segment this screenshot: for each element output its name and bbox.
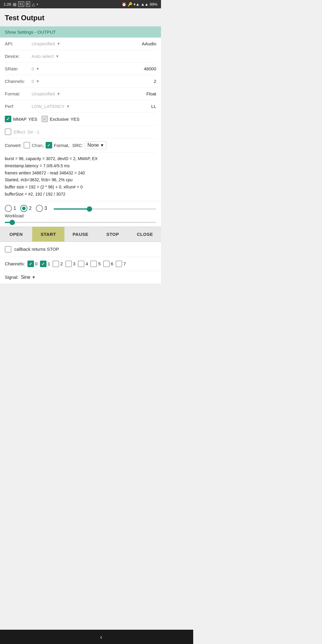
workload-label: Workload [0,212,161,219]
device-value[interactable]: Auto select ▼ [32,54,156,59]
ch-7-label: 7 [123,261,126,266]
effect-row: Effect S#: -1 [5,126,156,138]
radio-row: 1 2 3 [0,201,161,212]
signal-row: Signal: Sine ▼ [0,271,161,284]
exclusive-value: YES [70,117,79,122]
ch-3-item[interactable]: 3 [65,261,75,267]
radio-circle-1[interactable] [5,205,12,212]
ch-2-item[interactable]: 2 [52,261,63,267]
effect-snum: S#: -1 [27,129,39,134]
status-icon-k: K [26,1,30,7]
channels-actual: 2 [151,79,156,84]
api-value[interactable]: Unspecified ▼ [32,41,140,46]
status-icon-signal: ▲▲ [141,2,148,7]
action-buttons: OPEN START PAUSE STOP CLOSE [0,227,161,242]
device-row: Device: Auto select ▼ [5,50,156,63]
ch-6-item[interactable]: 6 [103,261,113,267]
stat-line-4: Started, #cb=3632, f/cb= 96, 2% cpu [5,177,156,184]
exclusive-checkbox[interactable] [41,116,48,122]
ch-1-checkbox[interactable] [40,261,47,267]
exclusive-item[interactable]: Exclusive YES [41,116,79,122]
stat-line-6: bufferSize = #2, 192 / 192 / 3072 [5,191,156,198]
convert-format: Format, [54,143,69,148]
status-icon-wifi: ▾▲ [134,2,140,7]
convert-src-label: SRC: [72,143,83,148]
convert-format-checkbox[interactable] [46,142,52,148]
convert-src-arrow: ▼ [100,143,104,148]
workload-slider-track[interactable] [5,222,156,223]
callback-label: callback returns STOP [14,247,59,252]
api-label: API: [5,41,32,46]
ch-5-checkbox[interactable] [90,261,97,267]
stat-line-5: buffer size = 192 = (2 * 96) + 0, xRun# … [5,184,156,191]
format-value[interactable]: Unspecified ▼ [32,91,144,96]
ch-6-checkbox[interactable] [103,261,110,267]
ch-4-checkbox[interactable] [78,261,84,267]
effect-checkbox[interactable] [5,129,11,135]
srate-dropdown-arrow: ▼ [36,67,39,71]
status-icon-cal: 31 [18,1,24,7]
ch-7-item[interactable]: 7 [116,261,126,267]
mmap-checkbox[interactable] [5,116,11,122]
ch-4-item[interactable]: 4 [78,261,88,267]
workload-slider-thumb[interactable] [10,220,15,225]
stat-line-1: burst = 96, capacity = 3072, devID = 2, … [5,155,156,162]
radio-label-1: 1 [13,206,16,211]
radio-circle-2[interactable] [20,205,27,212]
status-right: ⏰ 🔑 ▾▲ ▲▲ 99% [122,2,157,7]
open-button[interactable]: OPEN [0,227,32,242]
stat-line-3: frames written 348672 - read 348432 = 24… [5,170,156,177]
signal-value: Sine [21,275,30,280]
radio-1[interactable]: 1 [5,205,16,212]
srate-value[interactable]: 0 ▼ [32,66,141,71]
close-button[interactable]: CLOSE [129,227,161,242]
ch-2-checkbox[interactable] [52,261,59,267]
burst-slider-track[interactable] [54,208,156,210]
signal-dropdown[interactable]: Sine ▼ [21,275,36,280]
stop-button[interactable]: STOP [97,227,129,242]
ch-2-label: 2 [60,261,63,266]
convert-row: Convert: Chan, Format, SRC: None ▼ [5,138,156,152]
perf-actual: LL [149,104,156,109]
ch-3-label: 3 [73,261,75,266]
channels-value[interactable]: 0 ▼ [32,79,151,84]
radio-label-2: 2 [29,206,32,211]
radio-2[interactable]: 2 [20,205,32,212]
channels-row-label: Channels: [5,261,25,266]
burst-slider-container[interactable] [54,207,156,210]
burst-slider-thumb[interactable] [87,206,92,212]
ch-0-label: 0 [35,261,38,266]
signal-label: Signal: [5,275,18,280]
ch-3-checkbox[interactable] [65,261,72,267]
mmap-value: YES [28,117,37,122]
ch-1-label: 1 [48,261,50,266]
radio-circle-3[interactable] [36,205,43,212]
channels-row: Channels: 0 1 2 3 4 5 6 7 [0,257,161,271]
ch-1-item[interactable]: 1 [40,261,50,267]
perf-value[interactable]: LOW_LATENCY ▼ [32,104,149,109]
device-dropdown-arrow: ▼ [55,54,59,58]
effect-label: Effect [14,129,25,134]
status-icon-tri: △ [32,2,35,7]
convert-src-dropdown[interactable]: None ▼ [85,141,107,149]
mmap-item[interactable]: MMAP YES [5,116,37,122]
convert-chan-checkbox[interactable] [24,142,30,148]
pause-button[interactable]: PAUSE [64,227,97,242]
start-button[interactable]: START [32,227,64,242]
workload-slider-container[interactable] [0,219,161,227]
channels-dropdown-arrow: ▼ [36,79,39,83]
ch-7-checkbox[interactable] [116,261,122,267]
status-icon-dot: • [37,2,38,7]
mmap-label: MMAP [13,117,27,122]
section-header[interactable]: Show Settings - OUTPUT [0,27,161,38]
channels-setting-row: Channels: 0 ▼ 2 [5,75,156,88]
perf-label: Perf: [5,104,32,109]
status-time: 1:26 [4,2,11,7]
callback-checkbox[interactable] [5,246,11,253]
ch-5-item[interactable]: 5 [90,261,100,267]
radio-3[interactable]: 3 [36,205,47,212]
status-icon-key: 🔑 [128,2,132,7]
ch-0-checkbox[interactable] [27,261,34,267]
status-left: 1:26 ▤ 31 K △ • [4,1,38,7]
ch-0-item[interactable]: 0 [27,261,38,267]
